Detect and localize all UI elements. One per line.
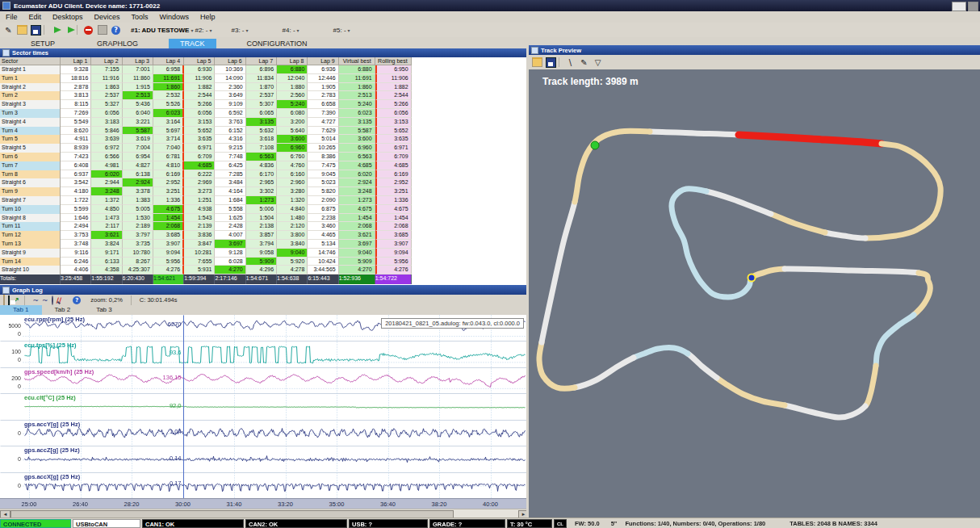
track-sector-tan: [771, 214, 825, 233]
device-slot-4[interactable]: #4: -▾: [283, 27, 299, 34]
y-axis-zero-label: 0: [0, 331, 21, 337]
sector-row-name[interactable]: Turn 2: [0, 91, 61, 100]
zoom-out-wave-icon[interactable]: ~: [42, 296, 48, 304]
sector-time-cell: 5:652: [184, 127, 215, 136]
sector-time-cell: 6:971: [184, 144, 215, 153]
track-canvas[interactable]: Track length: 3989 m: [529, 69, 980, 528]
sector-row-name[interactable]: Turn 5: [0, 135, 61, 144]
tab-graphlog[interactable]: GRAPHLOG: [86, 39, 149, 48]
sector-row-name[interactable]: Straight 8: [0, 214, 61, 223]
sector-row-name[interactable]: Straight 2: [0, 83, 61, 92]
sector-row-name[interactable]: Straight 6: [0, 178, 61, 187]
pencil-tool-icon[interactable]: ✎: [579, 57, 589, 68]
sector-row-name[interactable]: Turn 7: [0, 161, 61, 170]
sector-time-cell: 5:014: [308, 135, 338, 144]
track-length-label: Track length: 3989 m: [542, 76, 639, 87]
menu-item-edit[interactable]: Edit: [23, 13, 48, 21]
sector-row-name[interactable]: Straight 4: [0, 118, 61, 127]
zoom-in-wave-icon[interactable]: ~: [33, 296, 40, 304]
device-slot-2[interactable]: #2: -▾: [195, 27, 211, 34]
tab-configuration[interactable]: CONFIGURATION: [236, 39, 319, 48]
sector-time-cell: 4:316: [215, 135, 245, 144]
menu-item-windows[interactable]: Windows: [154, 13, 195, 21]
time-tick-label: 36:40: [380, 501, 396, 508]
sector-time-cell: 6:028: [215, 258, 245, 266]
sector-row-name[interactable]: Turn 13: [0, 240, 61, 249]
sector-row-name[interactable]: Straight 10: [0, 266, 61, 274]
graph-tab-tab-1[interactable]: Tab 1: [0, 305, 42, 315]
sector-row-name[interactable]: Straight 3: [0, 100, 61, 109]
sector-row-name[interactable]: Turn 10: [0, 205, 61, 214]
sector-time-cell: 3:639: [91, 135, 122, 144]
menu-item-devices[interactable]: Devices: [89, 13, 126, 21]
graph-plot-area[interactable]: ecu.rpm[rpm] (25 Hz)50000ecu.tps[%] (25 …: [0, 315, 529, 498]
virtual-best-cell: 4:685: [339, 161, 375, 170]
track-sector-white: [825, 233, 865, 238]
sector-row-name[interactable]: Turn 8: [0, 170, 61, 179]
sector-row-name[interactable]: Straight 1: [0, 65, 61, 74]
open-track-icon[interactable]: [532, 57, 542, 68]
sector-time-cell: 4:296: [246, 266, 277, 274]
menu-item-help[interactable]: Help: [195, 13, 221, 21]
open-icon[interactable]: [17, 25, 27, 36]
time-tick-label: 38:20: [432, 501, 447, 508]
eraser-tool-icon[interactable]: ▽: [593, 57, 603, 68]
menu-item-desktops[interactable]: Desktops: [47, 13, 89, 21]
close-button[interactable]: [968, 2, 978, 11]
sector-time-cell: 6:080: [277, 109, 308, 118]
track-sector-blue: [634, 348, 688, 358]
sector-row-name[interactable]: Turn 12: [0, 231, 61, 240]
sector-row-name[interactable]: Turn 1: [0, 74, 61, 83]
track-preview-panel-header[interactable]: Track Preview: [529, 45, 980, 55]
line-tool-icon[interactable]: \: [565, 57, 576, 68]
sector-row-name[interactable]: Turn 4: [0, 127, 61, 136]
cube-icon[interactable]: [97, 25, 107, 36]
sector-time-cell: 10:265: [308, 144, 338, 153]
menu-item-file[interactable]: File: [0, 13, 23, 21]
sector-row-name[interactable]: Turn 6: [0, 153, 61, 161]
save-log-icon[interactable]: [8, 296, 10, 304]
device-slot-5[interactable]: #5: -▾: [333, 27, 350, 34]
track-sector-white: [542, 202, 575, 342]
magnifier-icon[interactable]: [52, 296, 53, 304]
rolling-best-cell: 2:068: [375, 222, 412, 231]
resources-label: Functions: 1/40, Numbers: 0/40, Operatio…: [625, 520, 765, 527]
sector-row-name[interactable]: Straight 7: [0, 196, 61, 205]
graph-tab-tab-2[interactable]: Tab 2: [42, 305, 84, 315]
sector-time-cell: 4:25:307: [123, 266, 153, 274]
device-slot-1[interactable]: #1: ADU TESTOWE▾: [131, 27, 193, 34]
open-log-icon[interactable]: [3, 296, 5, 304]
virtual-best-cell: 3:621: [339, 231, 375, 240]
graph-log-panel-header[interactable]: Graph Log: [0, 285, 526, 295]
column-header-lap-2: Lap 2: [91, 57, 122, 65]
flag-icon[interactable]: [50, 25, 61, 36]
rolling-best-cell: 1:454: [375, 214, 412, 223]
tab-track[interactable]: TRACK: [169, 39, 216, 48]
menu-item-tools[interactable]: Tools: [126, 13, 154, 21]
sector-row-name[interactable]: Turn 9: [0, 187, 61, 196]
help-icon[interactable]: ?: [111, 25, 121, 36]
maximize-button[interactable]: [952, 2, 966, 11]
title-bar[interactable]: Ecumaster ADU Client. Device name: 1771-…: [0, 0, 980, 11]
stop-icon[interactable]: [83, 25, 94, 36]
sector-row-name[interactable]: Turn 14: [0, 258, 61, 266]
sector-row-name[interactable]: Turn 3: [0, 109, 61, 118]
sector-time-cell: 3:460: [308, 222, 338, 231]
sector-time-cell: 3:618: [246, 135, 277, 144]
tab-setup[interactable]: SETUP: [19, 39, 66, 48]
sector-times-panel-header[interactable]: Sector times: [0, 48, 526, 57]
panel-icon: [2, 49, 10, 57]
device-slot-3[interactable]: #3: -▾: [232, 27, 249, 34]
flag2-icon[interactable]: [64, 25, 74, 36]
sector-row-name[interactable]: Straight 5: [0, 144, 61, 153]
save-icon[interactable]: [31, 25, 41, 36]
sector-row-name[interactable]: Straight 9: [0, 249, 61, 258]
rolling-best-cell: 3:153: [375, 118, 412, 127]
help-log-icon[interactable]: ?: [73, 296, 81, 304]
sector-time-cell: 6:056: [184, 109, 215, 118]
graph-tab-tab-3[interactable]: Tab 3: [83, 305, 125, 315]
pen-icon[interactable]: ✎: [3, 25, 14, 36]
sector-time-cell: 6:781: [153, 153, 184, 161]
sector-row-name[interactable]: Turn 11: [0, 222, 61, 231]
save-track-icon[interactable]: [546, 57, 556, 68]
